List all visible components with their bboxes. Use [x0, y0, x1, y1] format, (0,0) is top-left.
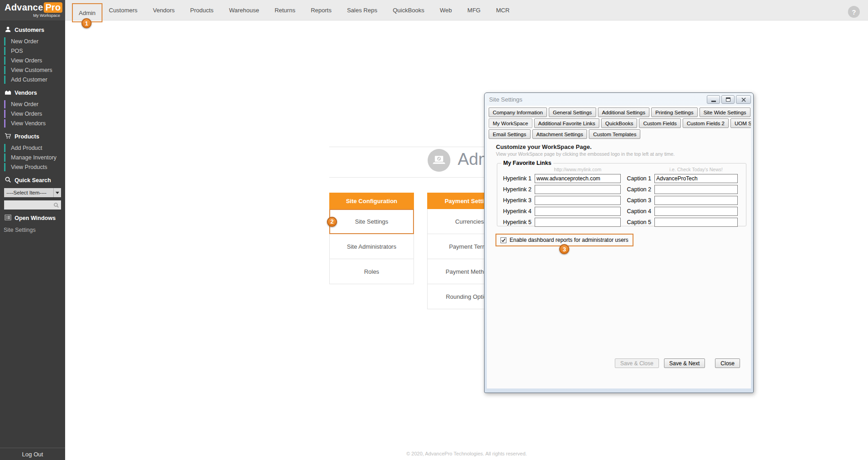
- sidebar-item-customers-new-order[interactable]: New Order: [0, 37, 65, 46]
- sidebar-section-open-windows: Open Windows Site Settings: [0, 212, 65, 235]
- nav-item-quickbooks[interactable]: QuickBooks: [385, 7, 432, 14]
- sidebar-item-add-product[interactable]: Add Product: [0, 143, 65, 153]
- workspace-subheading: View your WorkSpace page by clicking the…: [496, 151, 751, 157]
- dashboard-reports-checkbox[interactable]: [500, 237, 506, 243]
- sidebar-item-manage-inventory[interactable]: Manage Inventory: [0, 153, 65, 162]
- sidebar-item-pos[interactable]: POS: [0, 46, 65, 56]
- close-icon: [741, 97, 746, 102]
- sidebar-section-products: Products Add Product Manage Inventory Vi…: [0, 130, 65, 172]
- caption-2-input[interactable]: [654, 185, 738, 194]
- panel-row-label: Currencies: [455, 218, 484, 225]
- tab-uom-settings[interactable]: UOM Settings: [730, 118, 751, 128]
- sidebar-section-label: Quick Search: [15, 177, 51, 184]
- tab-site-wide-settings[interactable]: Site Wide Settings: [700, 107, 751, 117]
- tab-quickbooks[interactable]: QuickBooks: [601, 118, 637, 128]
- quick-search-select-value: ----Select Item----: [4, 190, 53, 195]
- sidebar-section-label: Customers: [15, 27, 44, 33]
- maximize-icon: [726, 97, 730, 102]
- chevron-down-icon: [53, 188, 61, 197]
- hyperlink-4-input[interactable]: [535, 207, 621, 216]
- sidebar: Customers New Order POS View Orders View…: [0, 20, 65, 460]
- hyperlink-5-input[interactable]: [535, 218, 621, 227]
- panel-row-label: Site Administrators: [347, 243, 396, 250]
- hyperlink-5-label: Hyperlink 5: [500, 219, 531, 225]
- save-next-button[interactable]: Save & Next: [664, 358, 705, 368]
- logout-button[interactable]: Log Out: [0, 448, 65, 460]
- sidebar-section-label: Open Windows: [15, 215, 56, 221]
- tab-custom-fields-2[interactable]: Custom Fields 2: [683, 118, 729, 128]
- sidebar-item-view-vendors[interactable]: View Vendors: [0, 119, 65, 128]
- sidebar-section-vendors: Vendors New Order View Orders View Vendo…: [0, 87, 65, 128]
- nav-item-returns[interactable]: Returns: [267, 7, 303, 14]
- tab-printing-settings[interactable]: Printing Settings: [651, 107, 698, 117]
- hyperlink-2-label: Hyperlink 2: [500, 186, 531, 193]
- sidebar-item-view-customers[interactable]: View Customers: [0, 66, 65, 75]
- sidebar-item-add-customer[interactable]: Add Customer: [0, 75, 65, 84]
- sidebar-section-label: Products: [15, 133, 39, 140]
- open-window-site-settings[interactable]: Site Settings: [0, 225, 65, 235]
- save-close-button[interactable]: Save & Close: [615, 358, 659, 368]
- sidebar-item-view-products[interactable]: View Products: [0, 163, 65, 172]
- nav-item-mcr[interactable]: MCR: [488, 7, 517, 14]
- nav-item-customers[interactable]: Customers: [101, 7, 145, 14]
- hyperlink-1-input[interactable]: [535, 174, 621, 183]
- site-settings-dialog: Site Settings Company Information Genera…: [484, 92, 754, 393]
- caption-1-input[interactable]: [654, 174, 738, 183]
- tab-additional-settings[interactable]: Additional Settings: [598, 107, 649, 117]
- window-controls: [707, 95, 751, 104]
- search-icon: [53, 202, 59, 208]
- nav-item-vendors[interactable]: Vendors: [145, 7, 183, 14]
- tab-email-settings[interactable]: Email Settings: [489, 129, 531, 139]
- minimize-icon: [711, 101, 716, 102]
- step-badge-1: 1: [82, 18, 92, 28]
- hyperlink-2-input[interactable]: [535, 185, 621, 194]
- tab-custom-fields[interactable]: Custom Fields: [639, 118, 681, 128]
- tab-general-settings[interactable]: General Settings: [549, 107, 596, 117]
- panel-row-site-administrators[interactable]: Site Administrators: [329, 234, 414, 259]
- sidebar-section-customers: Customers New Order POS View Orders View…: [0, 24, 65, 84]
- caption-1-label: Caption 1: [624, 175, 651, 182]
- help-icon[interactable]: ?: [848, 6, 860, 18]
- tab-additional-favorite-links[interactable]: Additional Favorite Links: [534, 118, 599, 128]
- sidebar-item-customers-view-orders[interactable]: View Orders: [0, 56, 65, 65]
- hyperlink-3-input[interactable]: [535, 196, 621, 205]
- nav-item-sales-reps[interactable]: Sales Reps: [339, 7, 385, 14]
- sidebar-item-vendors-new-order[interactable]: New Order: [0, 100, 65, 109]
- top-nav-items: Customers Vendors Products Warehouse Ret…: [101, 0, 517, 20]
- dashboard-reports-highlight-box: Enable dashboard reports for administrat…: [495, 234, 633, 246]
- nav-item-warehouse[interactable]: Warehouse: [221, 7, 267, 14]
- quick-search-input[interactable]: [4, 202, 61, 208]
- tab-my-workspace[interactable]: My WorkSpace: [489, 118, 532, 128]
- minimize-button[interactable]: [707, 95, 720, 104]
- sidebar-header-vendors: Vendors: [0, 87, 65, 99]
- app-root: Advance Pro My Workspace Admin Customers…: [0, 0, 868, 460]
- caption-2-label: Caption 2: [624, 186, 651, 193]
- tab-company-information[interactable]: Company Information: [489, 107, 547, 117]
- quick-search-input-wrap: [4, 200, 61, 210]
- close-button[interactable]: Close: [715, 358, 740, 368]
- maximize-button[interactable]: [721, 95, 735, 104]
- tab-custom-templates[interactable]: Custom Templates: [589, 129, 640, 139]
- quick-search-select[interactable]: ----Select Item----: [4, 188, 61, 197]
- sidebar-header-quick-search: Quick Search: [0, 174, 65, 187]
- caption-3-input[interactable]: [654, 196, 738, 205]
- panel-row-roles[interactable]: Roles: [329, 259, 414, 284]
- close-window-button[interactable]: [736, 95, 751, 104]
- caption-5-input[interactable]: [654, 218, 738, 227]
- dialog-body: Company Information General Settings Add…: [487, 106, 751, 388]
- nav-item-web[interactable]: Web: [432, 7, 460, 14]
- step-badge-2: 2: [327, 217, 337, 227]
- nav-item-products[interactable]: Products: [183, 7, 221, 14]
- advancepro-logo[interactable]: Advance Pro My Workspace: [0, 0, 65, 20]
- tab-attachment-settings[interactable]: Attachment Settings: [532, 129, 587, 139]
- panel-row-site-settings[interactable]: Site Settings 2: [329, 209, 414, 234]
- cart-icon: [5, 133, 11, 141]
- nav-item-reports[interactable]: Reports: [303, 7, 339, 14]
- sidebar-item-vendors-view-orders[interactable]: View Orders: [0, 109, 65, 118]
- nav-item-mfg[interactable]: MFG: [460, 7, 488, 14]
- caption-4-input[interactable]: [654, 207, 738, 216]
- copyright-footer: © 2020, AdvancePro Technologies. All rig…: [65, 451, 868, 456]
- caption-hint: i.e. Check Today's News!: [654, 167, 738, 172]
- step-badge-3: 3: [559, 244, 569, 254]
- search-icon: [5, 176, 11, 184]
